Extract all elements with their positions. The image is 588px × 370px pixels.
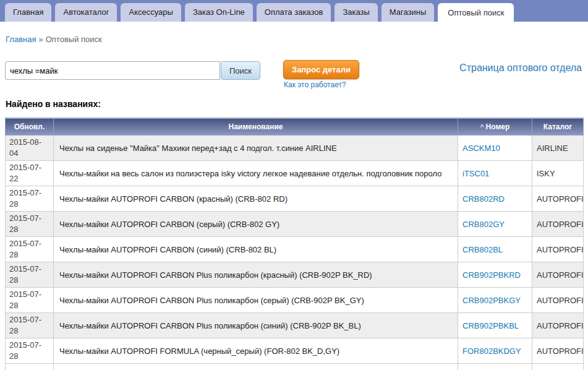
row-updated-date: 2015-07-28 bbox=[6, 313, 54, 338]
row-part-number: CRB902PBKRD bbox=[458, 262, 532, 288]
row-item-name: Чехлы-майки AUTOPROFI FORMULA (черный_се… bbox=[54, 338, 458, 364]
row-part-number: CRB802BL bbox=[458, 237, 532, 262]
column-header-catalog[interactable]: Каталог bbox=[532, 118, 584, 136]
row-catalog: AUTOPROFI bbox=[532, 338, 584, 364]
row-updated-date: 2015-07-28 bbox=[6, 237, 54, 262]
table-row: 2015-08-04Чехлы на сиденье "Майка" Махик… bbox=[6, 136, 584, 161]
row-item-name: Чехлы-майки AUTOPROFI CARBON (серый) (CR… bbox=[54, 212, 458, 237]
row-item-name: Чехлы-майки AUTOPROFI CARBON Plus полика… bbox=[54, 313, 458, 338]
top-tab-bar: ГлавнаяАвтокаталогАксессуарыЗаказ On-Lin… bbox=[0, 0, 588, 22]
part-number-link[interactable]: iTSC01 bbox=[462, 169, 489, 178]
row-part-number: FOR802BKDGY bbox=[458, 338, 532, 364]
row-catalog: AUTOPROFI bbox=[532, 212, 584, 237]
tab-5[interactable]: Оплата заказов bbox=[257, 3, 331, 22]
table-row: 2015-07-28Чехлы-майки AUTOPROFI CARBON P… bbox=[6, 262, 584, 288]
search-button[interactable]: Поиск bbox=[221, 61, 260, 80]
table-row: 2015-07-28Чехлы-майки AUTOPROFI CARBON (… bbox=[6, 237, 584, 262]
tab-7[interactable]: Магазины bbox=[381, 3, 435, 22]
results-table: Обновл. Наименование ^Номер Каталог 2015… bbox=[5, 118, 584, 370]
table-row: 2015-07-22Чехлы-майки на весь салон из п… bbox=[6, 161, 584, 186]
row-updated-date: 2015-07-28 bbox=[6, 212, 54, 237]
breadcrumb-home-link[interactable]: Главная bbox=[6, 35, 36, 44]
row-catalog: AUTOPROFI bbox=[532, 313, 584, 338]
row-updated-date: 2015-08-04 bbox=[6, 136, 54, 161]
table-row: 2015-07-28Чехлы-майки AUTOPROFI CARBON (… bbox=[6, 212, 584, 237]
row-part-number bbox=[458, 364, 532, 370]
table-row: 2015-07- bbox=[6, 364, 584, 370]
row-catalog: AIRLINE bbox=[532, 136, 584, 161]
part-number-link[interactable]: CRB902PBKGY bbox=[462, 296, 521, 305]
tab-4[interactable]: Заказ On-Line bbox=[185, 3, 253, 22]
row-catalog: AUTOPROFI bbox=[532, 237, 584, 262]
row-part-number: CRB802GY bbox=[458, 212, 532, 237]
row-updated-date: 2015-07-22 bbox=[6, 161, 54, 186]
table-row: 2015-07-28Чехлы-майки AUTOPROFI CARBON P… bbox=[6, 288, 584, 313]
row-catalog: AUTOPROFI bbox=[532, 186, 584, 212]
request-part-button[interactable]: Запрос детали bbox=[283, 60, 359, 79]
part-number-link[interactable]: CRB802BL bbox=[462, 245, 503, 254]
search-form: Поиск bbox=[5, 61, 260, 80]
search-input[interactable] bbox=[5, 61, 220, 80]
row-catalog: ISKY bbox=[532, 161, 584, 186]
table-row: 2015-07-28Чехлы-майки AUTOPROFI CARBON (… bbox=[6, 186, 584, 212]
row-part-number: CRB902PBKGY bbox=[458, 288, 532, 313]
table-header-row: Обновл. Наименование ^Номер Каталог bbox=[6, 118, 584, 136]
tab-8-active[interactable]: Оптовый поиск bbox=[438, 3, 514, 25]
tab-6[interactable]: Заказы bbox=[334, 3, 377, 22]
row-catalog: AUTOPROFI bbox=[532, 288, 584, 313]
column-header-number[interactable]: ^Номер bbox=[458, 118, 532, 136]
part-number-link[interactable]: CRB902PBKRD bbox=[462, 270, 521, 280]
part-number-link[interactable]: CRB902PBKBL bbox=[462, 321, 519, 330]
tab-2[interactable]: Автокаталог bbox=[55, 3, 117, 22]
column-header-name[interactable]: Наименование bbox=[54, 118, 458, 136]
row-item-name bbox=[54, 364, 458, 370]
row-item-name: Чехлы-майки AUTOPROFI CARBON (синий) (CR… bbox=[54, 237, 458, 262]
results-heading: Найдено в названиях: bbox=[6, 99, 101, 109]
wholesale-search-page: { "tabs": [ { "label": "Главная", "activ… bbox=[0, 0, 588, 370]
part-number-link[interactable]: CRB802GY bbox=[462, 220, 505, 229]
row-item-name: Чехлы-майки AUTOPROFI CARBON Plus полика… bbox=[54, 262, 458, 288]
row-catalog: AUTOPROFI bbox=[532, 262, 584, 288]
table-body: 2015-08-04Чехлы на сиденье "Майка" Махик… bbox=[6, 136, 584, 370]
column-header-updated[interactable]: Обновл. bbox=[6, 118, 54, 136]
row-part-number: iTSC01 bbox=[458, 161, 532, 186]
sort-ascending-icon: ^ bbox=[480, 124, 484, 131]
table-row: 2015-07-28Чехлы-майки AUTOPROFI CARBON P… bbox=[6, 313, 584, 338]
row-item-name: Чехлы-майки AUTOPROFI CARBON Plus полика… bbox=[54, 288, 458, 313]
table-row: 2015-07-28Чехлы-майки AUTOPROFI FORMULA … bbox=[6, 338, 584, 364]
row-updated-date: 2015-07-28 bbox=[6, 262, 54, 288]
how-it-works-link[interactable]: Как это работает? bbox=[284, 80, 346, 89]
row-updated-date: 2015-07-28 bbox=[6, 338, 54, 364]
tab-3[interactable]: Аксессуары bbox=[121, 3, 181, 22]
row-updated-date: 2015-07- bbox=[6, 364, 54, 370]
row-updated-date: 2015-07-28 bbox=[6, 288, 54, 313]
breadcrumb-current: Оптовый поиск bbox=[46, 35, 102, 44]
part-number-link[interactable]: FOR802BKDGY bbox=[462, 346, 521, 356]
row-item-name: Чехлы на сиденье "Майка" Махики перед+за… bbox=[54, 136, 458, 161]
part-number-link[interactable]: ASCKM10 bbox=[462, 144, 500, 153]
part-number-link[interactable]: CRB802RD bbox=[462, 194, 505, 204]
tab-1[interactable]: Главная bbox=[5, 3, 51, 22]
row-item-name: Чехлы-майки на весь салон из полиэстера … bbox=[54, 161, 458, 186]
wholesale-dept-page-link[interactable]: Страница оптового отдела bbox=[459, 62, 582, 74]
row-part-number: CRB902PBKBL bbox=[458, 313, 532, 338]
row-item-name: Чехлы-майки AUTOPROFI CARBON (красный) (… bbox=[54, 186, 458, 212]
row-part-number: CRB802RD bbox=[458, 186, 532, 212]
row-updated-date: 2015-07-28 bbox=[6, 186, 54, 212]
breadcrumb: Главная»Оптовый поиск bbox=[6, 35, 102, 44]
row-part-number: ASCKM10 bbox=[458, 136, 532, 161]
row-catalog bbox=[532, 364, 584, 370]
breadcrumb-separator: » bbox=[38, 35, 43, 44]
